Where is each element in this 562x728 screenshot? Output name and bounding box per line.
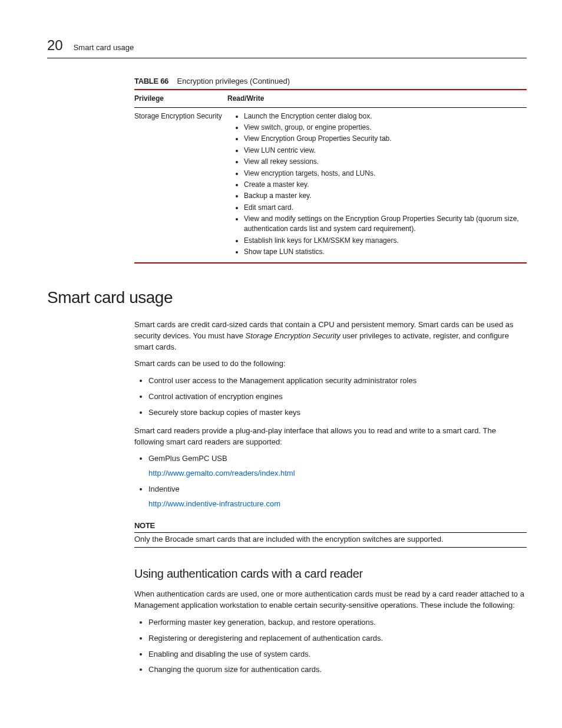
list-item: Securely store backup copies of master k… [148, 407, 527, 419]
list-item: View and modify settings on the Encrypti… [244, 214, 522, 235]
list-item: GemPlus GemPC USB http://www.gemalto.com… [148, 453, 527, 479]
list-item: View encryption targets, hosts, and LUNs… [244, 169, 522, 179]
main-content: TABLE 66 Encryption privileges (Continue… [134, 76, 527, 676]
reader-name: Indentive [148, 485, 180, 493]
list-item: Backup a master key. [244, 191, 522, 201]
paragraph: When authentication cards are used, one … [134, 589, 527, 611]
privilege-list: Launch the Encryption center dialog box.… [227, 111, 522, 258]
paragraph: Smart cards are credit card-sized cards … [134, 319, 527, 353]
list-item: Registering or deregistering and replace… [148, 633, 527, 644]
note-block: NOTE Only the Brocade smart cards that a… [134, 521, 527, 548]
paragraph: Smart card readers provide a plug-and-pl… [134, 426, 527, 448]
privileges-table: Privilege Read/Write Storage Encryption … [134, 89, 527, 263]
table-row: Storage Encryption Security Launch the E… [134, 107, 527, 263]
chapter-number: 20 [47, 35, 63, 55]
subsection-heading: Using authentication cards with a card r… [134, 565, 527, 582]
table-header-readwrite: Read/Write [227, 90, 527, 107]
list-item: Control activation of encryption engines [148, 391, 527, 403]
list-item: View all rekey sessions. [244, 157, 522, 167]
readers-list: GemPlus GemPC USB http://www.gemalto.com… [134, 453, 527, 509]
section-heading: Smart card usage [47, 286, 527, 309]
list-item: Indentive http://www.indentive-infrastru… [148, 484, 527, 510]
list-item: Enabling and disabling the use of system… [148, 649, 527, 660]
uses-list: Control user access to the Management ap… [134, 375, 527, 419]
list-item: Establish link keys for LKM/SSKM key man… [244, 236, 522, 246]
running-title: Smart card usage [74, 42, 134, 53]
list-item: Create a master key. [244, 180, 522, 190]
table-label: TABLE 66 [134, 77, 168, 85]
page-header: 20 Smart card usage [47, 35, 527, 58]
list-item: Launch the Encryption center dialog box. [244, 111, 522, 121]
table-caption: TABLE 66 Encryption privileges (Continue… [134, 76, 527, 87]
cell-readwrite: Launch the Encryption center dialog box.… [227, 107, 527, 263]
reader-link[interactable]: http://www.indentive-infrastructure.com [148, 499, 527, 510]
list-item: Control user access to the Management ap… [148, 375, 527, 387]
list-item: Edit smart card. [244, 203, 522, 213]
operations-list: Performing master key generation, backup… [134, 617, 527, 676]
table-header-privilege: Privilege [134, 90, 227, 107]
list-item: Changing the quorum size for authenticat… [148, 664, 527, 676]
list-item: Show tape LUN statistics. [244, 247, 522, 257]
reader-name: GemPlus GemPC USB [148, 454, 227, 463]
reader-link[interactable]: http://www.gemalto.com/readers/index.htm… [148, 468, 527, 479]
list-item: View LUN centric view. [244, 146, 522, 156]
list-item: View switch, group, or engine properties… [244, 123, 522, 133]
note-text: Only the Brocade smart cards that are in… [134, 532, 527, 548]
list-item: Performing master key generation, backup… [148, 617, 527, 628]
italic-text: Storage Encryption Security [246, 331, 340, 340]
list-item: View Encryption Group Properties Securit… [244, 134, 522, 144]
cell-privilege: Storage Encryption Security [134, 107, 227, 263]
table-caption-text: Encryption privileges (Continued) [177, 77, 290, 85]
paragraph: Smart cards can be used to do the follow… [134, 358, 527, 370]
note-label: NOTE [134, 521, 527, 531]
